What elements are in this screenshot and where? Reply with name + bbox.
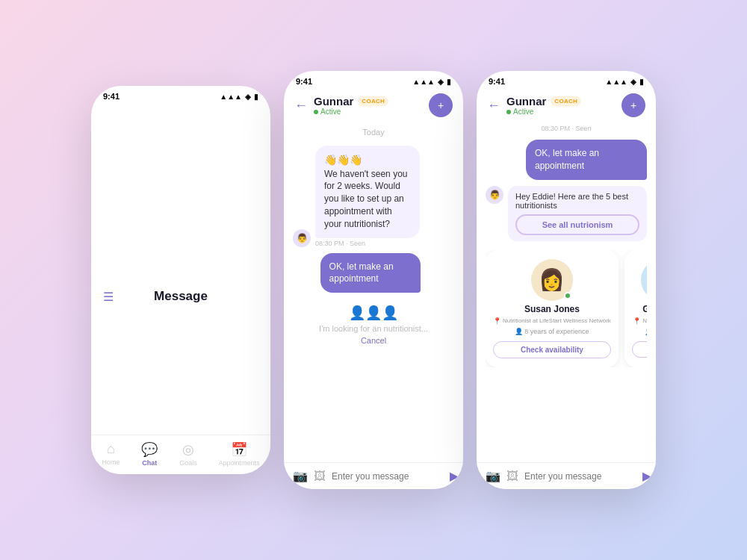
status-bar-2: 9:41 ▲▲▲ ◈ ▮ bbox=[284, 71, 463, 89]
menu-icon[interactable]: ☰ bbox=[103, 290, 114, 304]
coach-badge-3: COACH bbox=[551, 96, 581, 106]
message-input[interactable] bbox=[332, 471, 444, 482]
back-button[interactable]: ← bbox=[294, 98, 308, 113]
coach-badge: COACH bbox=[358, 96, 388, 106]
goals-icon: ◎ bbox=[182, 441, 194, 458]
nutri-name-gloria: Gloria M. bbox=[642, 304, 647, 314]
chat-header: ← Gunnar COACH Active + bbox=[284, 89, 463, 125]
active-status-3: Active bbox=[506, 108, 616, 116]
nutritionist-cards: 👩 Susan Jones 📍 Nutritionist at LifeStar… bbox=[486, 250, 647, 367]
check-availability-button-gloria[interactable]: Check... bbox=[632, 341, 647, 358]
active-green-dot bbox=[564, 292, 571, 299]
chat-user-name: Gunnar bbox=[314, 95, 353, 108]
back-button-3[interactable]: ← bbox=[487, 98, 500, 113]
messages-header: ☰ Message bbox=[91, 104, 270, 474]
signal-icon-3: ▲▲▲ bbox=[605, 78, 627, 86]
nutri-exp-gloria: 👤 8 year... bbox=[645, 328, 647, 335]
chat-user-name-3: Gunnar bbox=[506, 95, 546, 108]
add-media-button[interactable]: + bbox=[429, 93, 453, 117]
time-1: 9:41 bbox=[103, 92, 120, 101]
nutritionist-card-susan: 👩 Susan Jones 📍 Nutritionist at LifeStar… bbox=[486, 250, 619, 367]
status-icons-3: ▲▲▲ ◈ ▮ bbox=[605, 78, 644, 86]
bot-message: 👨 Hey Eddie! Here are the 5 best nutriti… bbox=[486, 186, 647, 241]
nav-chat[interactable]: 💬 Chat bbox=[141, 441, 158, 467]
phone-messages: 9:41 ▲▲▲ ◈ ▮ ☰ Message 🔍 Search conversa… bbox=[91, 86, 270, 474]
battery-icon: ▮ bbox=[254, 93, 258, 101]
status-bar-1: 9:41 ▲▲▲ ◈ ▮ bbox=[91, 86, 270, 104]
chat-messages-3: 08:30 PM · Seen OK, let make an appointm… bbox=[477, 125, 656, 489]
chat-messages: Today 👨 👋👋👋 We haven't seen you for 2 we… bbox=[284, 125, 463, 489]
time-3: 9:41 bbox=[489, 77, 505, 86]
see-all-button[interactable]: See all nutrionism bbox=[515, 214, 639, 235]
battery-icon-3: ▮ bbox=[639, 78, 644, 86]
timestamp: 08:30 PM · Seen bbox=[486, 125, 647, 132]
message-sent: OK, let make an appointment bbox=[293, 253, 454, 293]
user-message: OK, let make an appointment bbox=[486, 140, 647, 180]
nav-home[interactable]: ⌂ Home bbox=[102, 441, 120, 467]
wifi-icon: ◈ bbox=[245, 93, 251, 101]
bot-avatar: 👨 bbox=[486, 186, 503, 204]
chat-input-bar-3: 📷 🖼 ▶ bbox=[477, 462, 656, 489]
avatar-gunnar-chat: 👨 bbox=[293, 229, 311, 247]
chat-header-3: ← Gunnar COACH Active + bbox=[477, 89, 656, 125]
appointments-icon: 📅 bbox=[231, 441, 247, 458]
wifi-icon-3: ◈ bbox=[630, 78, 636, 86]
status-bar-3: 9:41 ▲▲▲ ◈ ▮ bbox=[477, 71, 656, 89]
battery-icon-2: ▮ bbox=[447, 78, 451, 86]
bottom-nav: ⌂ Home 💬 Chat ◎ Goals 📅 Appointments bbox=[91, 435, 270, 474]
camera-icon-3[interactable]: 📷 bbox=[486, 469, 500, 483]
check-availability-button[interactable]: Check availability bbox=[493, 341, 611, 358]
active-dot-3 bbox=[506, 110, 511, 114]
nav-appointments[interactable]: 📅 Appointments bbox=[218, 441, 259, 467]
send-button[interactable]: ▶ bbox=[450, 469, 459, 483]
phone-chat: 9:41 ▲▲▲ ◈ ▮ ← Gunnar COACH Active + bbox=[284, 71, 463, 489]
looking-text: I'm looking for an nutritionist... bbox=[319, 324, 428, 333]
bot-bubble: Hey Eddie! Here are the 5 best nutrition… bbox=[508, 186, 647, 241]
image-icon-3[interactable]: 🖼 bbox=[506, 470, 518, 483]
chat-user-info-3: Gunnar COACH Active bbox=[506, 95, 616, 116]
nutri-name-susan: Susan Jones bbox=[524, 304, 580, 314]
message-input-3[interactable] bbox=[524, 471, 636, 482]
messages-title: Message bbox=[154, 289, 208, 304]
nutri-avatar-susan: 👩 bbox=[531, 259, 573, 301]
nutri-company-susan: 📍 Nutritionist at LifeStart Wellness Net… bbox=[493, 317, 611, 325]
cancel-button[interactable]: Cancel bbox=[361, 336, 386, 345]
people-icon: 👤👤👤 bbox=[349, 305, 398, 321]
status-icons-1: ▲▲▲ ◈ ▮ bbox=[220, 93, 258, 101]
send-button-3[interactable]: ▶ bbox=[642, 469, 651, 483]
nutri-exp-susan: 👤 8 years of experience bbox=[515, 328, 589, 335]
wifi-icon-2: ◈ bbox=[438, 78, 444, 86]
camera-icon[interactable]: 📷 bbox=[293, 469, 308, 483]
phone-nutritionists: 9:41 ▲▲▲ ◈ ▮ ← Gunnar COACH Active + bbox=[477, 71, 656, 489]
chat-user-info: Gunnar COACH Active bbox=[314, 95, 423, 116]
nav-goals[interactable]: ◎ Goals bbox=[179, 441, 197, 467]
signal-icon: ▲▲▲ bbox=[220, 93, 242, 101]
sent-bubble: OK, let make an appointment bbox=[526, 140, 647, 180]
message-bubble-received: 👋👋👋 We haven't seen you for 2 weeks. Wou… bbox=[315, 146, 420, 238]
add-media-button-3[interactable]: + bbox=[622, 93, 645, 117]
message-time: 08:30 PM · Seen bbox=[315, 240, 454, 247]
date-divider: Today bbox=[293, 128, 454, 137]
nutritionist-card-gloria: 👩‍🦱 Gloria M. 📍 Nutritio... Health... 👤 … bbox=[624, 250, 647, 367]
image-icon[interactable]: 🖼 bbox=[314, 470, 326, 483]
chat-input-bar: 📷 🖼 ▶ bbox=[284, 462, 463, 489]
nutri-avatar-gloria: 👩‍🦱 bbox=[641, 259, 647, 301]
home-icon: ⌂ bbox=[107, 441, 115, 457]
status-icons-2: ▲▲▲ ◈ ▮ bbox=[412, 78, 451, 86]
chat-icon: 💬 bbox=[141, 441, 158, 458]
signal-icon-2: ▲▲▲ bbox=[412, 78, 435, 86]
time-2: 9:41 bbox=[296, 77, 312, 86]
message-received: 👨 👋👋👋 We haven't seen you for 2 weeks. W… bbox=[293, 146, 454, 247]
nutri-company-gloria: 📍 Nutritio... Health... bbox=[633, 317, 647, 325]
active-dot bbox=[314, 110, 318, 114]
message-bubble-sent: OK, let make an appointment bbox=[320, 253, 421, 293]
active-status: Active bbox=[314, 108, 423, 116]
looking-indicator: 👤👤👤 I'm looking for an nutritionist... C… bbox=[293, 299, 454, 351]
